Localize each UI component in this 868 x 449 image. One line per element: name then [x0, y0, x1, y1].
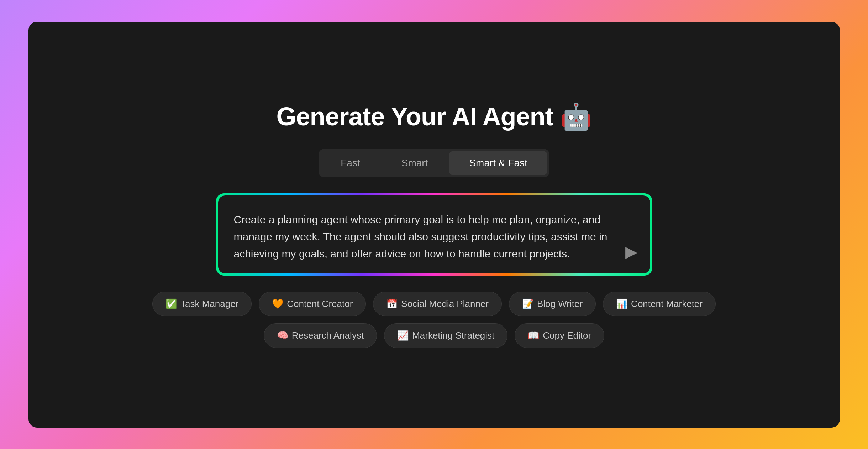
task-manager-label: Task Manager: [180, 298, 238, 309]
blog-writer-emoji: 📝: [522, 298, 533, 309]
copy-editor-label: Copy Editor: [543, 330, 591, 341]
send-button[interactable]: ▶: [625, 242, 637, 261]
chip-content-marketer[interactable]: 📊 Content Marketer: [603, 292, 716, 316]
chip-copy-editor[interactable]: 📖 Copy Editor: [515, 323, 604, 348]
chip-task-manager[interactable]: ✅ Task Manager: [152, 292, 252, 316]
main-window: Generate Your AI Agent 🤖 Fast Smart Smar…: [28, 22, 840, 428]
tab-fast[interactable]: Fast: [321, 151, 380, 175]
prompt-textarea[interactable]: [218, 195, 650, 272]
tab-smart[interactable]: Smart: [382, 151, 448, 175]
task-manager-emoji: ✅: [165, 298, 177, 309]
content-marketer-label: Content Marketer: [631, 298, 703, 309]
content-creator-emoji: 🧡: [272, 298, 283, 309]
page-title: Generate Your AI Agent 🤖: [276, 101, 591, 132]
content-creator-label: Content Creator: [287, 298, 353, 309]
tab-smart-fast[interactable]: Smart & Fast: [449, 151, 547, 175]
research-analyst-label: Research Analyst: [292, 330, 364, 341]
mode-tabs: Fast Smart Smart & Fast: [319, 149, 549, 177]
suggestion-chips: ✅ Task Manager 🧡 Content Creator 📅 Socia…: [152, 292, 716, 348]
chip-research-analyst[interactable]: 🧠 Research Analyst: [264, 323, 377, 348]
chip-social-media-planner[interactable]: 📅 Social Media Planner: [373, 292, 502, 316]
chip-marketing-strategist[interactable]: 📈 Marketing Strategist: [384, 323, 507, 348]
blog-writer-label: Blog Writer: [537, 298, 583, 309]
copy-editor-emoji: 📖: [528, 330, 539, 341]
chips-row-1: ✅ Task Manager 🧡 Content Creator 📅 Socia…: [152, 292, 716, 316]
chip-content-creator[interactable]: 🧡 Content Creator: [259, 292, 366, 316]
textarea-inner: ▶: [218, 195, 650, 273]
content-marketer-emoji: 📊: [616, 298, 627, 309]
social-media-planner-emoji: 📅: [386, 298, 398, 309]
social-media-planner-label: Social Media Planner: [401, 298, 489, 309]
chips-row-2: 🧠 Research Analyst 📈 Marketing Strategis…: [264, 323, 604, 348]
prompt-container: ▶: [217, 194, 651, 275]
main-content: Generate Your AI Agent 🤖 Fast Smart Smar…: [28, 101, 840, 348]
chip-blog-writer[interactable]: 📝 Blog Writer: [509, 292, 596, 316]
marketing-strategist-emoji: 📈: [397, 330, 409, 341]
marketing-strategist-label: Marketing Strategist: [412, 330, 494, 341]
research-analyst-emoji: 🧠: [277, 330, 288, 341]
